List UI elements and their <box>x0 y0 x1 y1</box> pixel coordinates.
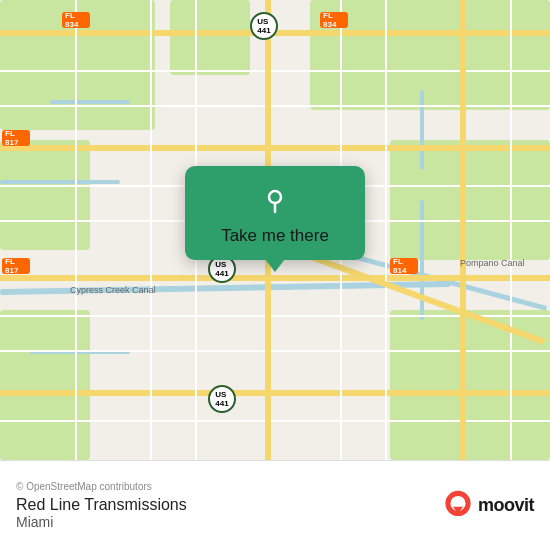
map-view: US441 FL 834 FL 834 FL 817 FL 817 US441 … <box>0 0 550 460</box>
bottom-bar: © OpenStreetMap contributors Red Line Tr… <box>0 460 550 550</box>
location-pin-icon <box>258 182 292 216</box>
moovit-brand-text: moovit <box>478 495 534 516</box>
road <box>385 0 387 460</box>
tooltip-label: Take me there <box>221 226 329 246</box>
road <box>460 0 466 460</box>
highway-badge-fl834-left: FL 834 <box>62 12 90 28</box>
park-area <box>390 140 550 260</box>
pompano-label: Pompano Canal <box>460 258 525 268</box>
road <box>0 390 550 396</box>
road <box>0 70 550 72</box>
canal-label: Cypress Creek Canal <box>70 285 156 295</box>
road <box>0 275 550 281</box>
place-name: Red Line Transmissions <box>16 496 187 514</box>
moovit-pin-icon <box>442 490 474 522</box>
moovit-logo: moovit <box>442 490 534 522</box>
attribution-text: © OpenStreetMap contributors <box>16 481 187 492</box>
location-tooltip[interactable]: Take me there <box>185 166 365 260</box>
highway-badge-fl817-1: FL 817 <box>2 130 30 146</box>
road <box>510 0 512 460</box>
road <box>0 420 550 422</box>
highway-badge-fl834-right: FL 834 <box>320 12 348 28</box>
canal <box>0 180 120 184</box>
highway-badge-us441-top: US441 <box>250 12 278 40</box>
highway-badge-fl817-2: FL 817 <box>2 258 30 274</box>
place-info: © OpenStreetMap contributors Red Line Tr… <box>16 481 187 530</box>
canal <box>50 100 130 104</box>
road <box>0 145 550 151</box>
canal <box>420 90 424 170</box>
place-location: Miami <box>16 514 187 530</box>
road <box>0 105 550 107</box>
pin-icon-container <box>256 180 294 218</box>
park-area <box>170 0 250 75</box>
highway-badge-us441-bot: US441 <box>208 385 236 413</box>
road <box>0 350 550 352</box>
canal <box>420 200 424 320</box>
road <box>75 0 77 460</box>
road <box>150 0 152 460</box>
highway-badge-fl814: FL 814 <box>390 258 418 274</box>
